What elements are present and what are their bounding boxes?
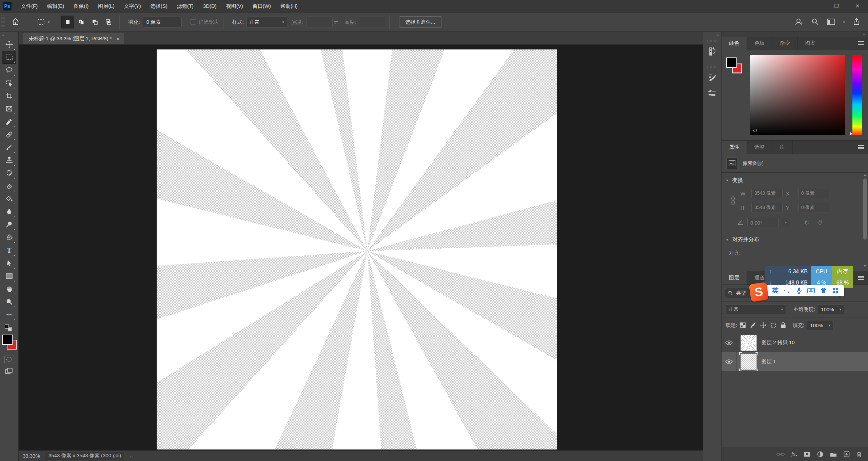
delete-layer-icon[interactable] xyxy=(856,451,862,457)
align-section-header[interactable]: ▾ 对齐并分布 xyxy=(722,232,868,245)
scroll-down-icon[interactable]: ▼ xyxy=(863,264,867,268)
chevron-down-icon[interactable]: ▾ xyxy=(843,20,845,24)
link-layers-icon[interactable] xyxy=(776,452,785,457)
foreground-background-swatches[interactable] xyxy=(2,335,17,350)
foreground-color-swatch[interactable] xyxy=(2,335,13,345)
layer-name[interactable]: 图层 1 xyxy=(762,358,776,365)
screen-mode-button[interactable] xyxy=(4,367,14,376)
tab-adjustments[interactable]: 调整 xyxy=(747,141,772,154)
add-mask-icon[interactable] xyxy=(804,452,810,457)
lock-pixels-icon[interactable] xyxy=(750,322,756,328)
status-chevron-icon[interactable]: › xyxy=(130,454,131,458)
add-user-icon[interactable] xyxy=(795,18,804,27)
hue-slider-marker[interactable] xyxy=(850,132,852,135)
visibility-eye-icon[interactable] xyxy=(722,352,736,371)
menu-file[interactable]: 文件(F) xyxy=(16,0,42,12)
hand-tool[interactable] xyxy=(2,282,16,295)
path-selection-tool[interactable] xyxy=(2,257,16,270)
new-selection-mode-button[interactable] xyxy=(61,16,74,28)
tool-preset-picker[interactable]: ▾ xyxy=(34,17,53,27)
scroll-up-icon[interactable]: ▲ xyxy=(863,173,867,177)
menu-type[interactable]: 文字(Y) xyxy=(119,0,146,12)
flip-horizontal-icon[interactable] xyxy=(803,219,810,226)
foreground-color-swatch[interactable] xyxy=(726,58,736,68)
panel-menu-icon[interactable] xyxy=(858,41,868,45)
layer-name[interactable]: 图层 2 拷贝 10 xyxy=(762,339,795,346)
sogou-logo[interactable]: S xyxy=(749,282,769,302)
link-dimensions-icon[interactable] xyxy=(729,196,737,205)
keyboard-icon[interactable] xyxy=(807,288,815,293)
toolbox-icon[interactable] xyxy=(832,288,839,294)
tab-color[interactable]: 颜色 xyxy=(722,37,747,50)
share-icon[interactable] xyxy=(852,18,861,27)
history-brush-tool[interactable] xyxy=(2,167,16,180)
restore-button[interactable]: ❐ xyxy=(826,0,847,12)
tab-swatches[interactable]: 色板 xyxy=(747,37,772,50)
eyedropper-tool[interactable] xyxy=(2,115,16,128)
lock-artboard-icon[interactable] xyxy=(770,322,776,328)
tab-layers[interactable]: 图层 xyxy=(722,271,747,285)
paint-bucket-tool[interactable] xyxy=(2,192,16,205)
blur-tool[interactable] xyxy=(2,205,16,218)
menu-window[interactable]: 窗口(W) xyxy=(248,0,276,12)
visibility-eye-icon[interactable] xyxy=(722,333,736,352)
opacity-select[interactable]: 100% ▾ xyxy=(818,304,844,314)
lasso-tool[interactable] xyxy=(2,64,16,77)
menu-image[interactable]: 图像(I) xyxy=(69,0,93,12)
spot-healing-brush-tool[interactable] xyxy=(2,128,16,141)
tab-gradients[interactable]: 渐变 xyxy=(772,37,798,50)
color-swatches[interactable] xyxy=(726,55,747,82)
history-icon[interactable] xyxy=(706,44,719,58)
brush-settings-icon[interactable] xyxy=(706,71,719,84)
dock-grip[interactable] xyxy=(707,66,717,68)
tab-properties[interactable]: 属性 xyxy=(722,141,747,154)
lock-transparent-icon[interactable] xyxy=(740,322,746,328)
type-tool[interactable]: T xyxy=(2,244,16,257)
expand-panels-icon[interactable]: « xyxy=(714,32,721,38)
layer-thumbnail[interactable] xyxy=(741,354,757,370)
mic-icon[interactable] xyxy=(796,287,802,294)
menu-layer[interactable]: 图层(L) xyxy=(93,0,119,12)
more-tools-icon[interactable]: ••• xyxy=(2,308,16,321)
language-mode-button[interactable]: 英 xyxy=(772,286,778,295)
layer-thumbnail[interactable] xyxy=(741,335,757,351)
tab-libraries[interactable]: 库 xyxy=(772,141,793,154)
crop-tool[interactable] xyxy=(2,89,16,102)
color-field-marker[interactable] xyxy=(753,129,757,132)
fill-select[interactable]: 100% ▾ xyxy=(807,320,833,330)
new-group-icon[interactable] xyxy=(830,452,837,457)
zoom-tool[interactable] xyxy=(2,295,16,308)
swap-dimensions-icon[interactable]: ⇄ xyxy=(334,19,338,25)
flip-vertical-icon[interactable] xyxy=(816,219,824,226)
home-icon[interactable] xyxy=(12,18,20,27)
brush-tool[interactable] xyxy=(2,141,16,154)
move-tool[interactable] xyxy=(2,38,16,51)
style-select[interactable]: 正常 ▾ xyxy=(246,17,287,27)
intersect-selection-mode-button[interactable] xyxy=(102,16,115,28)
dock-grip[interactable] xyxy=(707,40,717,42)
quick-mask-button[interactable] xyxy=(4,356,14,363)
layer-row[interactable]: 图层 2 拷贝 10 xyxy=(722,333,868,352)
subtract-from-selection-mode-button[interactable] xyxy=(88,16,101,28)
pen-tool[interactable] xyxy=(2,231,16,244)
menu-filter[interactable]: 滤镜(T) xyxy=(172,0,198,12)
menu-view[interactable]: 视图(V) xyxy=(221,0,248,12)
punctuation-button[interactable]: ·， xyxy=(784,287,791,294)
options-grip[interactable] xyxy=(1,16,5,28)
skin-icon[interactable] xyxy=(820,288,827,294)
default-swap-colors-icon[interactable] xyxy=(5,324,14,332)
toolbar-collapse-icon[interactable]: » xyxy=(0,33,6,38)
saturation-brightness-field[interactable] xyxy=(750,55,845,135)
blend-mode-select[interactable]: 正常 ▾ xyxy=(726,304,786,314)
eraser-tool[interactable] xyxy=(2,180,16,192)
scrollbar-thumb[interactable] xyxy=(863,179,867,239)
transform-section-header[interactable]: ▾ 变换 xyxy=(722,173,868,186)
lock-all-icon[interactable] xyxy=(781,322,786,328)
select-and-mask-button[interactable]: 选择并遮住... xyxy=(399,16,442,28)
search-icon[interactable] xyxy=(811,18,819,27)
rectangle-shape-tool[interactable] xyxy=(2,270,16,282)
dodge-tool[interactable] xyxy=(2,218,16,231)
lock-position-icon[interactable] xyxy=(760,322,766,328)
new-layer-icon[interactable] xyxy=(844,451,850,457)
frame-tool[interactable] xyxy=(2,102,16,115)
